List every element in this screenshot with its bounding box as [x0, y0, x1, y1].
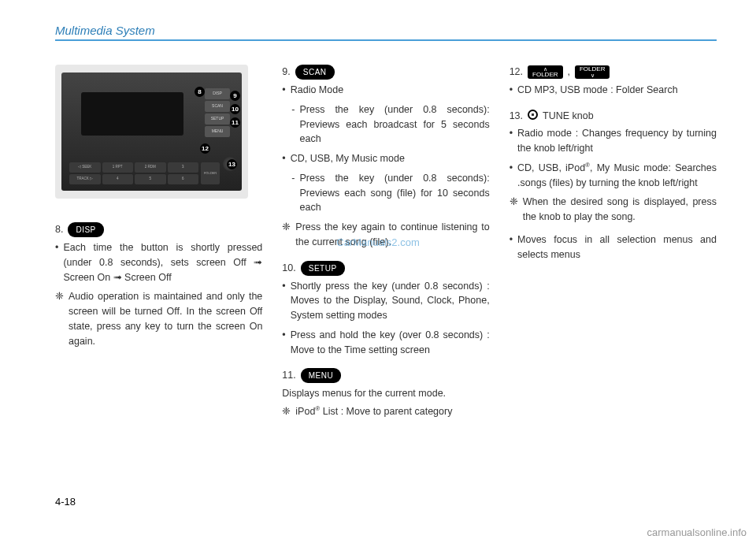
item-9-b1: Radio Mode — [291, 83, 343, 98]
device-setup-btn: SETUP — [205, 113, 230, 125]
section-title: Multimedia System — [55, 24, 155, 37]
item-12-num: 12. — [510, 65, 523, 80]
device-illustration: DISP SCAN SETUP MENU ◁ SEEK 1 RPT 2 RDM … — [55, 65, 248, 199]
item-9-b2: CD, USB, My Music mode — [291, 151, 405, 166]
item-13: 13. TUNE knob •Radio mode : Changes freq… — [510, 109, 717, 262]
device-scan-btn: SCAN — [205, 101, 230, 112]
scan-button-label: SCAN — [295, 65, 335, 80]
item-8-bullet: Each time the button is shortly pressed … — [63, 240, 262, 285]
item-10-b1: Shortly press the key (under 0.8 seconds… — [291, 279, 490, 323]
item-12-b1: CD MP3, USB mode : Folder Search — [517, 83, 678, 98]
callout-9: 9 — [230, 91, 240, 101]
callout-10: 10 — [230, 104, 240, 114]
sep: , — [568, 65, 570, 80]
item-8-num: 8. — [55, 222, 63, 237]
item-13-num: 13. — [510, 109, 523, 124]
item-9-s1: Press the key (under 0.8 seconds): Previ… — [300, 102, 490, 147]
folder-up-button-label: ∧FOLDER — [528, 65, 562, 79]
device-disp-btn: DISP — [205, 88, 230, 99]
column-2: 9. SCAN •Radio Mode -Press the key (unde… — [282, 65, 489, 430]
callout-12: 12 — [200, 143, 210, 154]
setup-button-label: SETUP — [301, 261, 345, 276]
item-10-num: 10. — [282, 261, 295, 276]
folder-down-button-label: FOLDER∨ — [575, 65, 610, 79]
callout-11: 11 — [230, 117, 240, 128]
item-9-num: 9. — [282, 65, 290, 80]
item-10-b2: Press and hold the key (over 0.8 seconds… — [291, 328, 490, 358]
tune-knob-icon — [528, 110, 538, 120]
item-9-note: Press the key again to continue listenin… — [295, 220, 489, 250]
item-8-note: Audio operation is maintained and only t… — [69, 289, 262, 348]
item-12: 12. ∧FOLDER , FOLDER∨ •CD MP3, USB mode … — [510, 65, 717, 98]
item-11-num: 11. — [282, 368, 295, 383]
column-3: 12. ∧FOLDER , FOLDER∨ •CD MP3, USB mode … — [510, 65, 717, 430]
callout-8: 8 — [195, 87, 205, 97]
watermark-bottom: carmanualsonline.info — [647, 526, 747, 538]
callout-13: 13 — [227, 159, 237, 169]
item-13-label: TUNE knob — [543, 109, 594, 124]
item-10: 10. SETUP •Shortly press the key (under … — [282, 261, 489, 358]
device-menu-btn: MENU — [205, 126, 230, 137]
item-13-note: When the desired song is displayed, pres… — [523, 195, 717, 225]
item-13-b1: Radio mode : Changes frequency by turnin… — [517, 126, 717, 156]
item-9-s2: Press the key (under 0.8 seconds): Previ… — [300, 171, 490, 215]
content-area: DISP SCAN SETUP MENU ◁ SEEK 1 RPT 2 RDM … — [55, 65, 717, 430]
item-8: 8. DISP •Each time the button is shortly… — [55, 222, 262, 348]
item-11-note: iPod® List : Move to parent category — [295, 404, 452, 419]
item-9: 9. SCAN •Radio Mode -Press the key (unde… — [282, 65, 489, 250]
menu-button-label: MENU — [301, 368, 341, 383]
item-13-b3: Moves focus in all selection menus and s… — [517, 232, 717, 262]
item-11: 11. MENU Displays menus for the current … — [282, 368, 489, 419]
page-number: 4-18 — [55, 496, 76, 508]
page-header: Multimedia System — [55, 24, 717, 41]
item-13-b2: CD, USB, iPod®, My Music mode: Searches … — [517, 161, 717, 191]
item-11-text: Displays menus for the current mode. — [282, 386, 489, 401]
column-1: DISP SCAN SETUP MENU ◁ SEEK 1 RPT 2 RDM … — [55, 65, 262, 430]
disp-button-label: DISP — [68, 222, 103, 237]
